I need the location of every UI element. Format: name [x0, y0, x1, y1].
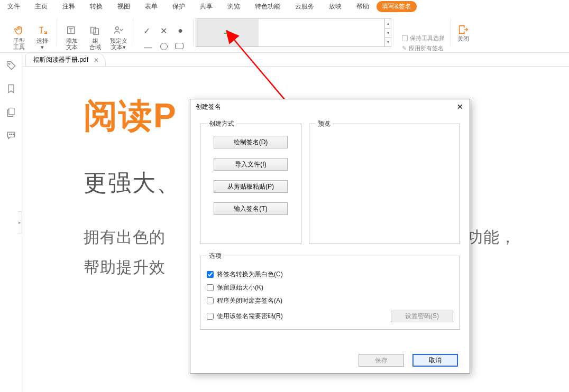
option-keep-size-checkbox[interactable]: [207, 284, 214, 291]
menu-file[interactable]: 文件: [0, 1, 27, 13]
line-mark-tool[interactable]: —: [143, 43, 153, 52]
add-text-button[interactable]: 添加 文本: [60, 25, 84, 52]
rect-mark-tool[interactable]: [175, 43, 183, 49]
option-keep-size-label: 保留原始大小(K): [217, 283, 263, 292]
menu-feature[interactable]: 特色功能: [247, 1, 288, 13]
text-select-icon: [36, 25, 48, 36]
menu-browse[interactable]: 浏览: [220, 1, 247, 13]
apply-all-label: 应用所有签名: [409, 44, 444, 52]
menu-view[interactable]: 视图: [110, 1, 137, 13]
options-group: 选项 将签名转换为黑白色(C) 保留原始大小(K) 程序关闭时废弃签名(A) 使…: [200, 251, 460, 330]
menu-comment[interactable]: 注释: [55, 1, 82, 13]
select-label: 选择▾: [36, 38, 48, 52]
gallery-up[interactable]: ▴: [385, 19, 391, 28]
tag-icon[interactable]: [6, 60, 16, 71]
svg-rect-1: [91, 27, 96, 33]
pen-icon: ✎: [402, 45, 407, 52]
option-password[interactable]: 使用该签名需要密码(R): [207, 312, 283, 321]
exit-icon: [457, 24, 469, 35]
import-file-button[interactable]: 导入文件(I): [214, 158, 288, 171]
menu-slide[interactable]: 放映: [322, 1, 349, 13]
sidebar-expand-handle[interactable]: ▸: [18, 211, 22, 234]
preview-group: 预览: [309, 119, 460, 244]
option-password-label: 使用该签名需要密码(R): [217, 312, 283, 321]
bookmark-icon[interactable]: [6, 83, 16, 94]
document-tab[interactable]: 福昕阅读器手册.pdf ✕: [25, 53, 106, 66]
document-tabstrip: 福昕阅读器手册.pdf ✕: [0, 53, 569, 67]
add-text-icon: [66, 25, 78, 36]
option-discard[interactable]: 程序关闭时废弃签名(A): [207, 296, 453, 305]
preview-canvas: [316, 135, 453, 238]
paste-clipboard-button[interactable]: 从剪贴板粘贴(P): [214, 180, 288, 193]
add-signature-button[interactable]: ＋: [196, 19, 259, 46]
hand-tool-button[interactable]: 手型 工具: [7, 25, 31, 52]
options-legend: 选项: [207, 251, 224, 260]
predefined-icon: [113, 25, 124, 36]
add-text-label: 添加 文本: [66, 38, 78, 52]
left-sidebar: ▸: [0, 53, 22, 392]
pages-icon[interactable]: [6, 107, 16, 117]
menu-bar: 文件 主页 注释 转换 视图 表单 保护 共享 浏览 特色功能 云服务 放映 帮…: [0, 0, 569, 13]
x-mark-tool[interactable]: ✕: [159, 26, 168, 35]
dot-mark-tool[interactable]: ●: [176, 26, 185, 35]
hand-icon: [13, 25, 25, 36]
svg-point-4: [8, 63, 10, 64]
dialog-titlebar[interactable]: 创建签名 ✕: [190, 99, 470, 114]
gallery-more[interactable]: ▾: [385, 37, 391, 46]
select-button[interactable]: 选择▾: [31, 25, 54, 52]
type-signature-button[interactable]: 输入签名(T): [214, 202, 288, 215]
option-bw-label: 将签名转换为黑白色(C): [217, 270, 283, 279]
document-tab-title: 福昕阅读器手册.pdf: [33, 55, 88, 64]
dialog-close-button[interactable]: ✕: [455, 101, 465, 112]
option-bw[interactable]: 将签名转换为黑白色(C): [207, 270, 453, 279]
close-tab-button[interactable]: ✕: [94, 57, 99, 64]
option-discard-label: 程序关闭时废弃签名(A): [217, 296, 282, 305]
ribbon: 手型 工具 选择▾ 添加 文本 组 合域: [0, 13, 569, 53]
option-keep-size[interactable]: 保留原始大小(K): [207, 283, 453, 292]
keep-tool-label: 保持工具选择: [410, 34, 445, 42]
mark-tools: ✓ ✕ ●: [136, 22, 190, 35]
menu-cloud[interactable]: 云服务: [288, 1, 322, 13]
create-signature-dialog: 创建签名 ✕ 创建方式 绘制签名(D) 导入文件(I) 从剪贴板粘贴(P) 输入…: [190, 99, 470, 374]
gallery-down[interactable]: ▾: [385, 28, 391, 38]
menu-convert[interactable]: 转换: [82, 1, 110, 13]
signature-gallery-empty[interactable]: [259, 19, 384, 46]
option-discard-checkbox[interactable]: [207, 297, 214, 304]
option-password-checkbox[interactable]: [207, 313, 214, 320]
checkbox-icon: [402, 35, 408, 41]
svg-point-8: [13, 134, 14, 135]
dialog-footer: 保存 取消: [200, 349, 460, 367]
set-password-button: 设置密码(S): [391, 311, 453, 322]
menu-share[interactable]: 共享: [192, 1, 220, 13]
hand-tool-label: 手型 工具: [13, 38, 25, 52]
menu-home[interactable]: 主页: [27, 1, 55, 13]
menu-help[interactable]: 帮助: [349, 1, 377, 13]
signature-gallery: ＋ ▴ ▾ ▾: [196, 18, 391, 47]
create-method-legend: 创建方式: [207, 119, 236, 128]
cancel-button[interactable]: 取消: [412, 354, 458, 367]
menu-form[interactable]: 表单: [137, 1, 165, 13]
keep-tool-checkbox[interactable]: 保持工具选择: [402, 34, 445, 42]
menu-protect[interactable]: 保护: [165, 1, 192, 13]
close-label: 关闭: [457, 35, 469, 44]
predefined-button[interactable]: 预定义 文本▾: [107, 25, 130, 52]
save-button[interactable]: 保存: [359, 354, 404, 367]
svg-rect-2: [94, 29, 98, 34]
option-bw-checkbox[interactable]: [207, 271, 214, 278]
draw-signature-button[interactable]: 绘制签名(D): [214, 136, 288, 148]
menu-fill-sign[interactable]: 填写&签名: [377, 1, 417, 12]
gallery-scroll: ▴ ▾ ▾: [384, 19, 391, 46]
check-mark-tool[interactable]: ✓: [142, 26, 151, 35]
close-fill-sign-button[interactable]: 关闭: [451, 15, 475, 52]
comment-icon[interactable]: [6, 130, 16, 141]
combine-label: 组 合域: [89, 38, 101, 52]
apply-all-button[interactable]: ✎ 应用所有签名: [402, 44, 445, 52]
predefined-label: 预定义 文本▾: [110, 38, 127, 52]
combine-button[interactable]: 组 合域: [84, 25, 107, 52]
svg-point-3: [116, 27, 119, 30]
circle-mark-tool[interactable]: [160, 43, 168, 50]
svg-point-7: [11, 134, 12, 135]
svg-rect-5: [8, 108, 14, 115]
svg-point-6: [9, 134, 10, 135]
combine-icon: [89, 25, 101, 36]
